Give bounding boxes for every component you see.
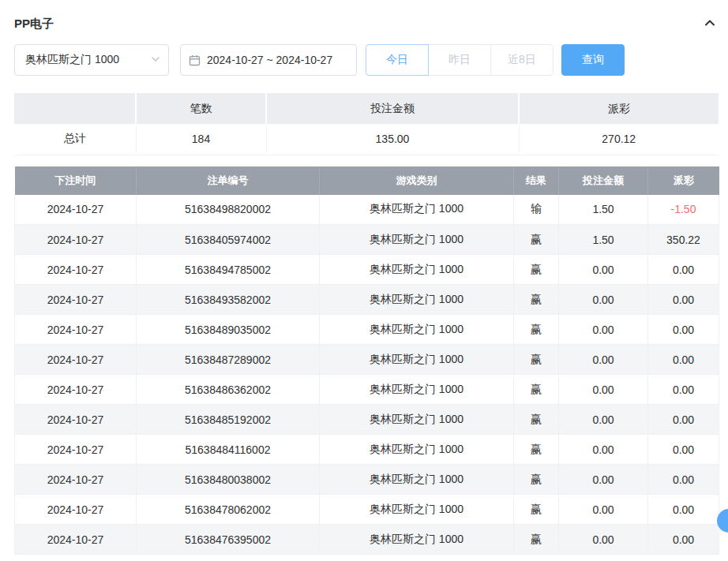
bet-time-cell: 2024-10-27: [15, 255, 137, 285]
bet-time-cell: 2024-10-27: [15, 195, 137, 225]
bet-id-cell: 51638478062002: [137, 495, 320, 525]
collapse-button[interactable]: [701, 15, 719, 32]
quick-range-today[interactable]: 今日: [366, 44, 429, 76]
table-row: 2024-10-2751638489035002奥林匹斯之门 1000赢0.00…: [15, 315, 719, 345]
table-row: 2024-10-2751638498820002奥林匹斯之门 1000输1.50…: [15, 195, 719, 225]
result-cell: 赢: [514, 345, 559, 375]
table-row: 2024-10-2751638405974002奥林匹斯之门 1000赢1.50…: [15, 225, 719, 255]
summary-header-count: 笔数: [136, 93, 266, 124]
bet-id-cell: 51638405974002: [137, 225, 320, 255]
filter-bar: 奥林匹斯之门 1000 2024-10-27 ~ 2024-10-27 今日 昨…: [14, 44, 719, 76]
quick-range-yesterday[interactable]: 昨日: [428, 44, 491, 76]
quick-range-last8days[interactable]: 近8日: [490, 44, 554, 76]
table-row: 2024-10-2751638480038002奥林匹斯之门 1000赢0.00…: [15, 465, 719, 495]
bet-amount-cell: 0.00: [559, 315, 648, 345]
bet-amount-cell: 0.00: [559, 285, 648, 315]
chevron-down-icon: [151, 54, 160, 66]
bet-table-body: 2024-10-2751638498820002奥林匹斯之门 1000输1.50…: [15, 195, 719, 555]
result-cell: 赢: [514, 225, 559, 255]
bet-id-cell: 51638480038002: [137, 465, 320, 495]
bet-records-table: 下注时间 注单编号 游戏类别 结果 投注金额 派彩 2024-10-275163…: [14, 166, 719, 555]
payout-cell: 350.22: [648, 225, 719, 255]
table-row: 2024-10-2751638494785002奥林匹斯之门 1000赢0.00…: [15, 255, 719, 285]
game-type-cell: 奥林匹斯之门 1000: [320, 375, 514, 405]
bet-time-cell: 2024-10-27: [15, 435, 137, 465]
result-cell: 赢: [514, 375, 559, 405]
summary-table: 笔数 投注金额 派彩 总计 184 135.00 270.12: [14, 93, 719, 155]
payout-cell: 0.00: [648, 495, 719, 525]
game-type-cell: 奥林匹斯之门 1000: [320, 525, 514, 555]
col-header-bet-id: 注单编号: [137, 166, 320, 195]
result-cell: 赢: [514, 435, 559, 465]
panel-title: PP电子: [14, 17, 54, 32]
summary-total-payout: 270.12: [519, 124, 719, 155]
payout-cell: 0.00: [648, 255, 719, 285]
bet-time-cell: 2024-10-27: [15, 285, 137, 315]
bet-id-cell: 51638485192002: [137, 405, 320, 435]
payout-cell: 0.00: [648, 345, 719, 375]
summary-total-row: 总计 184 135.00 270.12: [14, 124, 719, 155]
game-select[interactable]: 奥林匹斯之门 1000: [14, 44, 169, 76]
chevron-up-icon: [704, 17, 716, 32]
date-range-value: 2024-10-27 ~ 2024-10-27: [207, 54, 332, 66]
bet-amount-cell: 0.00: [559, 255, 648, 285]
result-cell: 赢: [514, 285, 559, 315]
summary-total-label: 总计: [14, 124, 136, 155]
bet-id-cell: 51638486362002: [137, 375, 320, 405]
result-cell: 赢: [514, 525, 559, 555]
bet-amount-cell: 0.00: [559, 375, 648, 405]
game-type-cell: 奥林匹斯之门 1000: [320, 285, 514, 315]
bet-id-cell: 51638487289002: [137, 345, 320, 375]
summary-header-blank: [14, 93, 136, 124]
bet-amount-cell: 0.00: [559, 345, 648, 375]
col-header-bet-amount: 投注金额: [559, 166, 648, 195]
table-row: 2024-10-2751638485192002奥林匹斯之门 1000赢0.00…: [15, 405, 719, 435]
search-button[interactable]: 查询: [561, 44, 625, 76]
bet-id-cell: 51638484116002: [137, 435, 320, 465]
game-type-cell: 奥林匹斯之门 1000: [320, 195, 514, 225]
bet-time-cell: 2024-10-27: [15, 375, 137, 405]
table-row: 2024-10-2751638493582002奥林匹斯之门 1000赢0.00…: [15, 285, 719, 315]
payout-cell: 0.00: [648, 315, 719, 345]
game-type-cell: 奥林匹斯之门 1000: [320, 435, 514, 465]
result-cell: 赢: [514, 465, 559, 495]
bet-amount-cell: 1.50: [559, 195, 648, 225]
table-row: 2024-10-2751638478062002奥林匹斯之门 1000赢0.00…: [15, 495, 719, 525]
panel-header: PP电子: [14, 14, 719, 33]
summary-total-count: 184: [136, 124, 266, 155]
bet-time-cell: 2024-10-27: [15, 315, 137, 345]
summary-total-bet-amount: 135.00: [266, 124, 519, 155]
bet-amount-cell: 0.00: [559, 465, 648, 495]
bet-id-cell: 51638494785002: [137, 255, 320, 285]
result-cell: 赢: [514, 405, 559, 435]
result-cell: 赢: [514, 315, 559, 345]
bet-id-cell: 51638493582002: [137, 285, 320, 315]
summary-header-row: 笔数 投注金额 派彩: [14, 93, 719, 124]
col-header-bet-time: 下注时间: [15, 166, 137, 195]
records-panel: PP电子 奥林匹斯之门 1000: [0, 0, 728, 555]
game-select-value: 奥林匹斯之门 1000: [25, 53, 119, 67]
quick-range-group: 今日 昨日 近8日: [366, 44, 554, 76]
game-type-cell: 奥林匹斯之门 1000: [320, 405, 514, 435]
bet-id-cell: 51638489035002: [137, 315, 320, 345]
bet-time-cell: 2024-10-27: [15, 345, 137, 375]
table-row: 2024-10-2751638484116002奥林匹斯之门 1000赢0.00…: [15, 435, 719, 465]
payout-cell: 0.00: [648, 285, 719, 315]
result-cell: 赢: [514, 255, 559, 285]
calendar-icon: [189, 54, 201, 66]
payout-cell: 0.00: [648, 375, 719, 405]
table-row: 2024-10-2751638476395002奥林匹斯之门 1000赢0.00…: [15, 525, 719, 555]
game-type-cell: 奥林匹斯之门 1000: [320, 315, 514, 345]
payout-cell: 0.00: [648, 435, 719, 465]
bet-time-cell: 2024-10-27: [15, 495, 137, 525]
date-range-picker[interactable]: 2024-10-27 ~ 2024-10-27: [180, 44, 357, 76]
game-type-cell: 奥林匹斯之门 1000: [320, 345, 514, 375]
bet-table-header-row: 下注时间 注单编号 游戏类别 结果 投注金额 派彩: [15, 166, 719, 195]
game-type-cell: 奥林匹斯之门 1000: [320, 225, 514, 255]
bet-amount-cell: 0.00: [559, 405, 648, 435]
summary-header-bet-amount: 投注金额: [266, 93, 519, 124]
table-row: 2024-10-2751638486362002奥林匹斯之门 1000赢0.00…: [15, 375, 719, 405]
bet-amount-cell: 1.50: [559, 225, 648, 255]
bet-time-cell: 2024-10-27: [15, 525, 137, 555]
col-header-game-type: 游戏类别: [320, 166, 514, 195]
